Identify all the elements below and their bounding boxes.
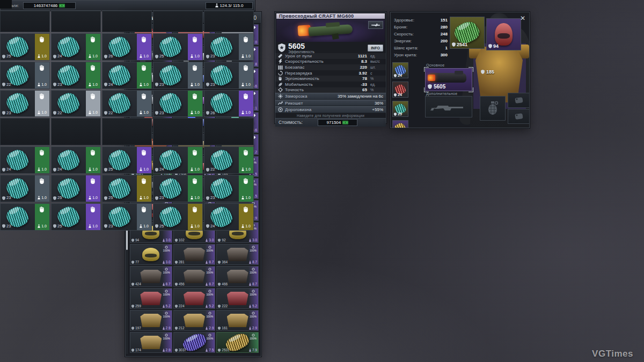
storage-item[interactable]: 100% 3037 7.5 [173,332,216,353]
inventory-item[interactable]: 1.0 25 [51,203,101,231]
weapon-type-button[interactable] [368,21,383,29]
inventory-item[interactable] [102,11,152,32]
hand-icon [243,178,249,184]
carry-weight-value: 124.3/ 115.0 [220,3,244,8]
stat-row-mobility: Мобильность -33 ед. [275,82,386,87]
storage-item[interactable]: 100% 174 2.9 [130,332,172,353]
storage-item[interactable]: 100% 161 2.9 [216,310,259,331]
inventory-item[interactable]: 1.0 23 [0,203,50,231]
storage-item[interactable]: 100% 456 8.7 [173,266,216,287]
inventory-item[interactable] [204,11,254,32]
quick-slot[interactable]: 25 [392,101,408,117]
inventory-item[interactable]: 1.0 22 [51,90,101,117]
inventory-item[interactable]: 1.0 25 [153,33,203,61]
shield-icon [104,224,107,228]
info-button[interactable]: INFO [368,45,383,51]
inventory-item[interactable] [0,11,50,32]
inventory-item[interactable]: 1.0 24 [51,33,101,61]
inventory-item[interactable]: 1.0 23 [153,175,203,202]
expensiveness-icon [278,107,283,112]
inventory-item[interactable] [153,11,203,32]
inventory-item[interactable] [51,118,101,145]
inventory-item[interactable]: 1.0 24 [102,62,152,89]
tag-slot-2[interactable] [508,109,530,124]
inventory-item[interactable]: 1.0 25 [153,203,203,231]
equipped-slot-helmet[interactable]: 94 [486,18,521,50]
storage-scrollbar-thumb[interactable] [126,228,128,250]
inventory-item[interactable]: 1.0 22 [204,146,254,174]
inventory-item[interactable]: 1.0 23 [204,33,254,61]
inventory-item[interactable]: 1.0 23 [102,203,152,231]
weight-person-icon [163,349,165,352]
inventory-item[interactable]: 1.0 23 [0,175,50,202]
quick-slot[interactable]: 26 [392,120,408,128]
storage-item[interactable]: 100% 281 8.7 [173,244,216,265]
item-id: 24 [104,83,113,87]
inventory-item[interactable] [0,118,50,145]
inventory-item[interactable]: 1.0 25 [102,146,152,174]
weapon-image [298,22,362,39]
grab-strip: 1.0 [137,204,151,230]
storage-item[interactable]: 100% 222 5.2 [216,288,259,309]
weight-person-icon [249,239,251,242]
stat-row-damage: Урон от пули 1121 ед. [275,53,386,59]
inventory-item[interactable]: 1.0 24 [204,203,254,231]
grab-strip: 1.0 [86,62,100,88]
storage-item[interactable]: 100% 259 5.2 [130,288,172,309]
inventory-item[interactable]: 1.0 23 [153,90,203,117]
inventory-item[interactable]: 1.0 25 [0,33,50,61]
primary-weapon-slot[interactable]: 5605 [425,68,472,91]
storage-item[interactable]: 100% 364 8.7 [216,244,259,265]
item-weight: 8.7 [249,283,257,286]
storage-item[interactable]: 100% 212 2.9 [173,310,216,331]
inventory-item[interactable] [204,118,254,145]
inventory-item[interactable]: 1.0 25 [102,175,152,202]
shield-icon [155,196,158,200]
grab-strip: 1.0 [86,204,100,230]
character-stats: Здоровье:151 Броня:280 Скорость:248 Энер… [394,17,448,58]
mobility-icon [278,82,283,87]
shield-icon [206,224,209,228]
inventory-item[interactable]: 1.0 26 [102,33,152,61]
money-bar: Деньги: 1463747486 124.3/ 115.0 [0,0,255,11]
inventory-item[interactable] [51,11,101,32]
storage-item[interactable]: 100% 424 8.7 [130,266,172,287]
weight-person-icon [191,54,193,58]
inventory-item[interactable]: 1.0 23 [204,175,254,202]
inventory-item[interactable]: 1.0 23 [153,62,203,89]
hand-icon [39,178,45,184]
watermark: VGTimes [592,349,633,359]
inventory-item[interactable]: 1.0 23 [204,62,254,89]
inventory-item[interactable]: 1.0 22 [102,90,152,117]
shield-icon [104,83,107,86]
secondary-weapon-slot[interactable] [425,96,472,117]
inventory-item[interactable]: 1.0 24 [0,146,50,174]
inventory-item[interactable]: 1.0 22 [0,62,50,89]
close-button[interactable]: ✕ [518,14,527,22]
inventory-item[interactable] [153,118,203,145]
equipped-slot-jetpack[interactable]: 2541 [450,17,485,49]
storage-item[interactable]: 100% 466 8.7 [216,266,259,287]
storage-item[interactable]: 100% 2531 7.9 [216,332,259,353]
inventory-item[interactable]: 1.0 23 [0,90,50,117]
quick-slot[interactable]: 24 [392,62,408,78]
corner-box [0,0,12,9]
inventory-item[interactable]: 1.0 24 [153,146,203,174]
quick-slot[interactable]: 24 [392,82,408,98]
inventory-item[interactable] [102,118,152,145]
tag-slot-1[interactable] [508,93,530,108]
primary-weapon-image [430,73,466,83]
grenade-slot[interactable] [480,96,506,121]
item-id: 424 [131,283,141,286]
inventory-item[interactable]: 1.0 23 [51,62,101,89]
item-id: 24 [53,167,62,172]
inventory-item[interactable]: 1.0 26 [204,90,254,117]
item-weight: 1.0 [241,83,251,86]
storage-item[interactable]: 100% 77 3.0 [130,244,172,265]
storage-item[interactable]: 100% 224 5.2 [173,288,216,309]
storage-item[interactable]: 100% 197 2.9 [130,310,172,331]
inventory-item[interactable]: 1.0 24 [51,146,101,174]
shield-icon [131,283,134,286]
shield-icon [2,83,5,86]
inventory-item[interactable]: 1.0 25 [51,175,101,202]
